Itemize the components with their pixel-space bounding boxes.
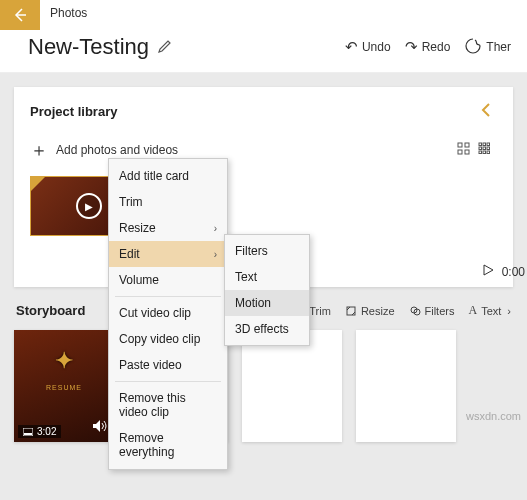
redo-icon: ↷ (405, 38, 418, 56)
text-tool[interactable]: A Text (468, 303, 501, 318)
svg-rect-12 (487, 151, 490, 154)
edit-title-button[interactable] (157, 38, 173, 57)
redo-button[interactable]: ↷ Redo (405, 38, 451, 56)
menu-edit[interactable]: Edit› (109, 241, 227, 267)
play-icon (482, 264, 494, 276)
resize-icon (345, 305, 357, 317)
more-tools-button[interactable]: › (507, 305, 511, 317)
submenu-text[interactable]: Text (225, 264, 309, 290)
plus-icon: ＋ (30, 138, 48, 162)
submenu-filters[interactable]: Filters (225, 238, 309, 264)
context-menu: Add title card Trim Resize› Edit› Volume… (108, 158, 228, 470)
clip-artwork-icon: ✦ (55, 348, 73, 374)
menu-trim[interactable]: Trim (109, 189, 227, 215)
storyboard-clips: ✦ RESUME 3:02 (14, 330, 513, 442)
project-title: New-Testing (28, 34, 149, 60)
clip-volume-icon[interactable] (92, 419, 108, 436)
back-button[interactable] (0, 0, 40, 30)
grid-small-icon (478, 142, 491, 155)
menu-separator (115, 381, 221, 382)
svg-rect-10 (479, 151, 482, 154)
preview-controls: 0:00 (482, 264, 525, 279)
collapse-library-button[interactable] (479, 101, 493, 122)
svg-rect-4 (479, 143, 482, 146)
menu-cut[interactable]: Cut video clip (109, 300, 227, 326)
svg-rect-3 (465, 150, 469, 154)
submenu-3d-effects[interactable]: 3D effects (225, 316, 309, 342)
text-icon: A (468, 303, 477, 318)
preview-play-button[interactable] (482, 264, 494, 279)
clip-overlay-text: RESUME (14, 384, 114, 391)
header: New-Testing ↶ Undo ↷ Redo Ther (0, 30, 527, 73)
menu-paste[interactable]: Paste video (109, 352, 227, 378)
svg-rect-2 (458, 150, 462, 154)
grid-large-icon (457, 142, 470, 155)
storyboard-empty-slot[interactable] (242, 330, 342, 442)
clip-duration-badge: 3:02 (18, 425, 61, 438)
duration-icon (23, 428, 33, 436)
edit-submenu: Filters Text Motion 3D effects (224, 234, 310, 346)
menu-resize[interactable]: Resize› (109, 215, 227, 241)
storyboard-title: Storyboard (16, 303, 85, 318)
play-overlay-icon: ▶ (76, 193, 102, 219)
add-media-label: Add photos and videos (56, 143, 178, 157)
menu-volume[interactable]: Volume (109, 267, 227, 293)
themes-button[interactable]: Ther (464, 37, 511, 58)
app-name: Photos (40, 0, 97, 30)
svg-rect-6 (487, 143, 490, 146)
themes-label: Ther (486, 40, 511, 54)
storyboard-clip[interactable]: ✦ RESUME 3:02 (14, 330, 114, 442)
svg-rect-5 (483, 143, 486, 146)
submenu-motion[interactable]: Motion (225, 290, 309, 316)
menu-copy[interactable]: Copy video clip (109, 326, 227, 352)
menu-add-title-card[interactable]: Add title card (109, 163, 227, 189)
chevron-right-icon: › (214, 223, 217, 234)
redo-label: Redo (422, 40, 451, 54)
watermark: wsxdn.com (466, 410, 521, 422)
grid-large-view-button[interactable] (457, 142, 470, 158)
titlebar: Photos (0, 0, 527, 30)
undo-label: Undo (362, 40, 391, 54)
library-title: Project library (30, 104, 117, 119)
palette-icon (464, 37, 482, 58)
filters-tool[interactable]: Filters (409, 305, 455, 317)
svg-rect-1 (465, 143, 469, 147)
menu-separator (115, 296, 221, 297)
undo-button[interactable]: ↶ Undo (345, 38, 391, 56)
svg-rect-0 (458, 143, 462, 147)
resize-tool[interactable]: Resize (345, 305, 395, 317)
preview-time: 0:00 (502, 265, 525, 279)
chevron-right-icon: › (507, 305, 511, 317)
svg-rect-17 (24, 433, 32, 435)
undo-icon: ↶ (345, 38, 358, 56)
selection-corner-icon (31, 177, 45, 191)
svg-rect-9 (487, 147, 490, 150)
storyboard-empty-slot[interactable] (356, 330, 456, 442)
pencil-icon (157, 38, 173, 54)
chevron-left-icon (479, 103, 493, 117)
grid-small-view-button[interactable] (478, 142, 491, 158)
svg-rect-11 (483, 151, 486, 154)
menu-remove-all[interactable]: Remove everything (109, 425, 227, 465)
chevron-right-icon: › (214, 249, 217, 260)
svg-rect-7 (479, 147, 482, 150)
arrow-left-icon (12, 7, 28, 23)
svg-rect-8 (483, 147, 486, 150)
filters-icon (409, 305, 421, 317)
menu-remove-clip[interactable]: Remove this video clip (109, 385, 227, 425)
